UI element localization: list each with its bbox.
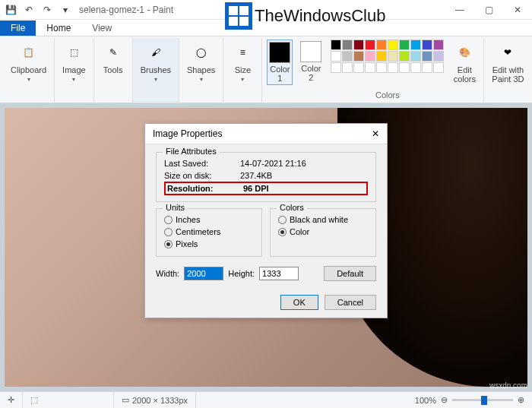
color-swatch[interactable] [410,40,421,50]
zoom-controls: 100% ⊖ ⊕ [415,395,532,405]
ribbon: 📋Clipboard ⬚Image ✎Tools 🖌Brushes ◯Shape… [0,36,532,103]
color-swatch[interactable] [331,62,341,73]
group-colors: Color 1 Color 2 Colors 🎨Edit colors [262,38,484,103]
window-title: selena-gomez-1 - Paint [79,5,173,15]
color-swatch[interactable] [342,51,353,62]
brush-icon: 🖌 [144,41,167,64]
group-clipboard: 📋Clipboard [3,38,55,103]
colors-legend: Colors [277,203,307,212]
color-swatch[interactable] [353,40,364,50]
color2-button[interactable]: Color 2 [297,40,325,85]
color-swatch[interactable] [376,51,387,62]
zoom-out-button[interactable]: ⊖ [441,395,448,405]
size-on-disk-value: 237.4KB [240,171,272,180]
color-swatch[interactable] [399,51,410,62]
window-controls: — ▢ ✕ [445,0,532,20]
color1-swatch [269,42,290,63]
color1-button[interactable]: Color 1 [267,40,293,85]
dialog-titlebar: Image Properties ✕ [145,124,387,144]
color-palette[interactable] [331,40,444,73]
status-bar: ✛ ⬚ ▭ 2000 × 1333px 100% ⊖ ⊕ [0,391,532,408]
radio-inches[interactable]: Inches [164,213,254,226]
tab-view[interactable]: View [81,21,122,36]
clipboard-button[interactable]: 📋Clipboard [8,40,49,84]
paste-icon: 📋 [17,41,40,64]
resolution-row-highlighted: Resolution:96 DPI [164,182,368,195]
size-on-disk-label: Size on disk: [164,171,240,180]
zoom-in-button[interactable]: ⊕ [518,395,524,405]
radio-pixels[interactable]: Pixels [164,238,254,250]
canvas-dimensions: ▭ 2000 × 1333px [114,392,196,408]
group-paint3d: ❤Edit with Paint 3D [484,38,531,103]
color-swatch[interactable] [365,62,375,73]
image-button[interactable]: ⬚Image [59,40,89,84]
size-button[interactable]: ≡Size [228,40,257,84]
color-swatch[interactable] [422,51,432,62]
height-label: Height: [228,269,255,278]
color-swatch[interactable] [388,40,398,50]
color-swatch[interactable] [342,62,353,73]
color-swatch[interactable] [376,62,387,73]
save-icon[interactable]: 💾 [3,2,18,17]
color-swatch[interactable] [433,40,444,50]
color-swatch[interactable] [353,62,364,73]
color-swatch[interactable] [433,51,444,62]
color-swatch[interactable] [388,62,398,73]
width-label: Width: [156,269,179,278]
undo-icon[interactable]: ↶ [21,2,36,17]
color-swatch[interactable] [399,62,410,73]
redo-icon[interactable]: ↷ [40,2,55,17]
color-swatch[interactable] [376,40,387,50]
units-legend: Units [163,203,188,212]
brushes-button[interactable]: 🖌Brushes [138,40,174,84]
color-swatch[interactable] [422,62,432,73]
radio-bw[interactable]: Black and white [278,213,368,226]
size-icon: ≡ [231,41,254,64]
tab-home[interactable]: Home [36,21,81,36]
shapes-button[interactable]: ◯Shapes [184,40,218,84]
zoom-slider[interactable] [452,399,513,401]
default-button[interactable]: Default [324,266,376,281]
ok-button[interactable]: OK [280,295,318,310]
color-swatch[interactable] [331,40,341,50]
qat-customize-icon[interactable]: ▾ [58,2,73,17]
color-swatch[interactable] [399,40,410,50]
group-size: ≡Size [223,38,262,103]
color-swatch[interactable] [353,51,364,62]
last-saved-value: 14-07-2021 21:16 [240,159,306,168]
color-swatch[interactable] [365,51,375,62]
radio-centimeters[interactable]: Centimeters [164,226,254,238]
color-swatch[interactable] [365,40,375,50]
radio-color[interactable]: Color [278,226,368,238]
edit-colors-button[interactable]: 🎨Edit colors [450,40,479,85]
dialog-close-icon[interactable]: ✕ [372,128,379,139]
width-input[interactable] [184,267,223,280]
last-saved-label: Last Saved: [164,159,240,168]
color-swatch[interactable] [410,51,421,62]
color-swatch[interactable] [388,51,398,62]
close-button[interactable]: ✕ [503,0,532,20]
colors-group: Colors Black and white Color [270,208,376,257]
color-swatch[interactable] [422,40,432,50]
file-attributes-legend: File Attributes [163,147,220,156]
maximize-button[interactable]: ▢ [474,0,503,20]
windows-logo-icon [225,2,252,30]
cancel-button[interactable]: Cancel [325,295,376,310]
paint3d-button[interactable]: ❤Edit with Paint 3D [489,40,527,85]
pencil-icon: ✎ [102,41,125,64]
quick-access-toolbar: 💾 ↶ ↷ ▾ [0,2,73,17]
cursor-pos-icon: ✛ [0,392,23,408]
units-group: Units Inches Centimeters Pixels [156,208,262,257]
color-swatch[interactable] [410,62,421,73]
color-swatch[interactable] [342,40,353,50]
tab-file[interactable]: File [0,21,36,36]
tools-button[interactable]: ✎Tools [99,40,128,76]
selection-size: ⬚ [23,392,114,408]
zoom-value: 100% [415,396,436,405]
minimize-button[interactable]: — [445,0,474,20]
color-swatch[interactable] [433,62,444,73]
height-input[interactable] [259,267,299,280]
color-swatch[interactable] [331,51,341,62]
edit-colors-icon: 🎨 [453,41,476,64]
shapes-icon: ◯ [190,41,213,64]
